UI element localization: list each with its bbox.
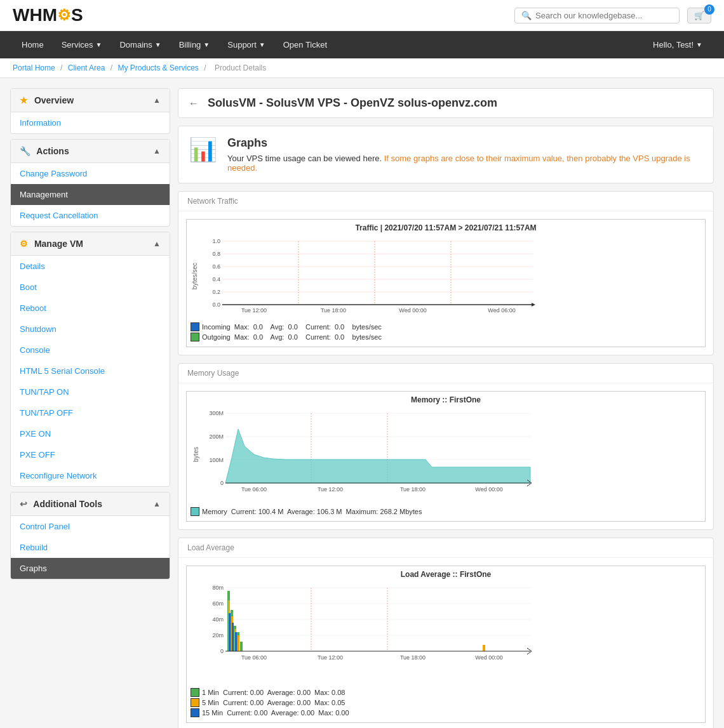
sidebar-item-boot[interactable]: Boot: [11, 277, 170, 298]
graphs-heading: Graphs: [227, 136, 703, 150]
top-bar: WHM⚙S 🔍 🛒 0: [0, 0, 724, 31]
svg-text:Tue 12:00: Tue 12:00: [318, 486, 343, 493]
logo: WHM⚙S: [13, 5, 83, 25]
nav-home[interactable]: Home: [13, 31, 53, 58]
sidebar-item-html5-serial-console[interactable]: HTML 5 Serial Console: [11, 361, 170, 381]
cart-button[interactable]: 🛒 0: [687, 8, 711, 23]
sidebar-overview-header[interactable]: ★ Overview ▲: [11, 89, 170, 112]
graph-section-load-average: Load Average Load Average :: FirstOne: [178, 538, 714, 728]
content-header: ← SolusVM - SolusVM VPS - OpenVZ solus-o…: [178, 88, 714, 118]
svg-text:0.4: 0.4: [212, 276, 220, 282]
graph-section-network-traffic: Network Traffic Traffic | 2021/07/20 11:…: [178, 191, 714, 355]
svg-text:Tue 18:00: Tue 18:00: [400, 654, 426, 661]
sidebar-item-tuntap-on[interactable]: TUN/TAP ON: [11, 381, 170, 402]
legend-row-incoming: Incoming Max: 0.0 Avg: 0.0 Current: 0.0 …: [191, 322, 701, 331]
svg-text:20m: 20m: [212, 632, 224, 639]
sidebar-section-actions: 🔧 Actions ▲ Change Password Management R…: [10, 139, 170, 227]
sidebar-item-reconfigure-network[interactable]: Reconfigure Network: [11, 465, 170, 486]
sidebar-section-overview: ★ Overview ▲ Information: [10, 88, 170, 134]
sidebar-item-tuntap-off[interactable]: TUN/TAP OFF: [11, 402, 170, 423]
svg-rect-62: [483, 645, 485, 651]
breadcrumb-sep-2: /: [111, 63, 112, 72]
wrench-icon: 🔧: [20, 146, 30, 156]
graphs-desc-normal: Your VPS time usage can be viewed here.: [227, 154, 382, 163]
svg-text:Wed 00:00: Wed 00:00: [475, 486, 502, 493]
svg-rect-61: [238, 635, 239, 651]
sidebar-item-console[interactable]: Console: [11, 340, 170, 361]
graph-section-title-memory: Memory Usage: [178, 364, 713, 383]
content-area: ← SolusVM - SolusVM VPS - OpenVZ solus-o…: [178, 88, 714, 728]
incoming-label: Incoming Max: 0.0 Avg: 0.0 Current: 0.0 …: [202, 323, 382, 331]
svg-text:0: 0: [220, 648, 224, 654]
sidebar-item-shutdown[interactable]: Shutdown: [11, 319, 170, 340]
sidebar-item-details[interactable]: Details: [11, 256, 170, 277]
search-icon: 🔍: [521, 11, 532, 20]
nav-domains[interactable]: Domains ▼: [111, 31, 170, 58]
outgoing-label: Outgoing Max: 0.0 Avg: 0.0 Current: 0.0 …: [202, 333, 382, 341]
breadcrumb-sep-3: /: [204, 63, 206, 72]
sidebar-item-management[interactable]: Management: [11, 184, 170, 205]
5min-color: [191, 698, 199, 707]
nav-billing[interactable]: Billing ▼: [170, 31, 219, 58]
memory-usage-svg: bytes 300M 200M 100M 0: [191, 407, 540, 502]
outgoing-color: [191, 333, 199, 341]
svg-text:Tue 12:00: Tue 12:00: [241, 307, 267, 314]
svg-text:Tue 06:00: Tue 06:00: [241, 654, 267, 661]
breadcrumb-my-products[interactable]: My Products & Services: [117, 63, 198, 72]
sidebar-manage-vm-header[interactable]: ⚙ Manage VM ▲: [11, 232, 170, 256]
nav-user[interactable]: Hello, Test! ▼: [644, 31, 711, 58]
sidebar-item-reboot[interactable]: Reboot: [11, 298, 170, 319]
gear-icon: ⚙: [20, 239, 28, 249]
sidebar-item-rebuild[interactable]: Rebuild: [11, 537, 170, 558]
search-box[interactable]: 🔍: [514, 8, 680, 23]
breadcrumb-client-area[interactable]: Client Area: [68, 63, 105, 72]
svg-text:0.0: 0.0: [212, 301, 220, 308]
legend-row-1min: 1 Min Current: 0.00 Average: 0.00 Max: 0…: [191, 688, 701, 697]
network-traffic-svg: bytes/sec 1.0 0.8 0.6 0.4 0.2: [191, 235, 540, 317]
sidebar-actions-header[interactable]: 🔧 Actions ▲: [11, 140, 170, 163]
graph-section-title-load: Load Average: [178, 538, 713, 558]
memory-legend-label: Memory Current: 100.4 M Average: 106.3 M…: [202, 508, 422, 515]
sidebar-item-information[interactable]: Information: [11, 112, 170, 133]
back-arrow-icon[interactable]: ←: [189, 98, 199, 109]
logo-gear-icon: ⚙: [57, 6, 71, 24]
svg-rect-57: [240, 642, 243, 651]
svg-text:40m: 40m: [212, 616, 224, 623]
page-title: SolusVM - SolusVM VPS - OpenVZ solus-ope…: [208, 96, 497, 110]
svg-marker-33: [225, 429, 530, 483]
legend-row-outgoing: Outgoing Max: 0.0 Avg: 0.0 Current: 0.0 …: [191, 333, 701, 341]
svg-text:Tue 18:00: Tue 18:00: [400, 486, 426, 493]
15min-color: [191, 708, 199, 717]
sidebar-overview-label: ★ Overview: [20, 95, 74, 105]
5min-label: 5 Min Current: 0.00 Average: 0.00 Max: 0…: [202, 699, 345, 706]
svg-text:bytes: bytes: [192, 447, 199, 462]
svg-text:Tue 06:00: Tue 06:00: [241, 486, 267, 493]
graph-section-memory-usage: Memory Usage Memory :: FirstOne bytes: [178, 363, 714, 530]
chevron-actions: ▲: [153, 147, 161, 156]
memory-usage-legend: Memory Current: 100.4 M Average: 106.3 M…: [191, 507, 701, 516]
svg-text:300M: 300M: [209, 410, 224, 416]
logo-cs: S: [71, 5, 83, 25]
nav-support[interactable]: Support ▼: [218, 31, 274, 58]
user-greeting: Hello, Test!: [653, 40, 694, 50]
sidebar-item-pxe-off[interactable]: PXE OFF: [11, 444, 170, 465]
chevron-manage-vm: ▲: [153, 239, 161, 248]
memory-usage-graph: Memory :: FirstOne bytes 300M 200M: [186, 391, 706, 522]
cart-badge: 0: [704, 4, 714, 15]
sidebar-item-pxe-on[interactable]: PXE ON: [11, 423, 170, 444]
top-right-area: 🔍 🛒 0: [514, 8, 711, 23]
sidebar-item-graphs[interactable]: Graphs: [11, 558, 170, 579]
nav-services[interactable]: Services ▼: [53, 31, 111, 58]
load-average-title: Load Average :: FirstOne: [191, 570, 701, 579]
sidebar-item-control-panel[interactable]: Control Panel: [11, 516, 170, 537]
nav-bar: Home Services ▼ Domains ▼ Billing ▼ Supp…: [0, 31, 724, 58]
sidebar-section-additional-tools: ↩ Additional Tools ▲ Control Panel Rebui…: [10, 492, 170, 579]
nav-open-ticket[interactable]: Open Ticket: [274, 31, 336, 58]
sidebar-item-request-cancellation[interactable]: Request Cancellation: [11, 205, 170, 226]
breadcrumb-portal-home[interactable]: Portal Home: [13, 63, 55, 72]
sidebar-item-change-password[interactable]: Change Password: [11, 163, 170, 184]
search-input[interactable]: [535, 11, 673, 20]
sidebar-additional-tools-header[interactable]: ↩ Additional Tools ▲: [11, 493, 170, 516]
svg-rect-65: [235, 632, 237, 651]
sidebar-actions-label: 🔧 Actions: [20, 146, 69, 156]
